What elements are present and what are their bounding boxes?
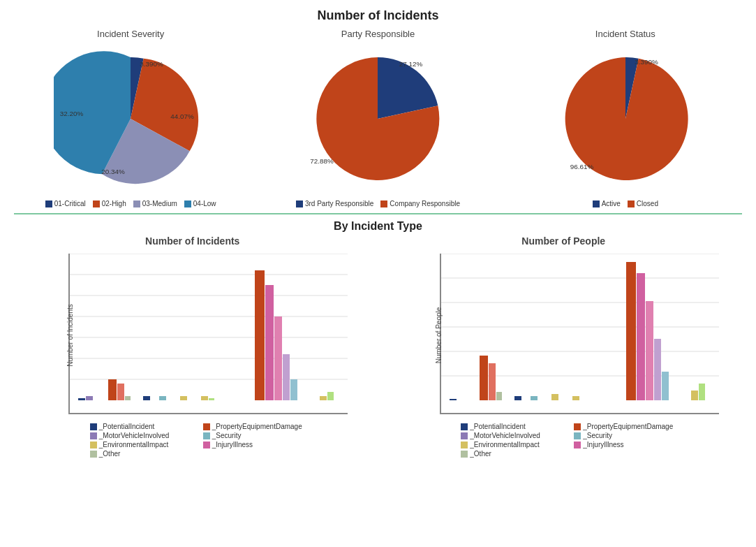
status-chart-title: Incident Status — [595, 29, 655, 39]
people-y-label: Number of People — [435, 307, 443, 364]
severity-pie-container: 3.390% 44.07% 20.34% 32.20% — [54, 42, 207, 196]
svg-rect-66 — [691, 391, 698, 400]
svg-rect-59 — [551, 394, 558, 400]
bottom-charts-row: Number of Incidents Number of Incidents … — [0, 235, 756, 458]
svg-rect-60 — [572, 396, 579, 400]
svg-text:96.61%: 96.61% — [570, 163, 594, 170]
svg-rect-27 — [125, 396, 131, 400]
svg-rect-62 — [637, 273, 645, 400]
party-legend: 3rd Party Responsible Company Responsibl… — [296, 200, 460, 207]
top-charts-row: Incident Severity 3.390% 44.07% 20.34% 3… — [0, 29, 756, 207]
svg-rect-24 — [86, 396, 93, 400]
section-divider — [14, 213, 742, 214]
severity-legend: 01-Critical 02-High 03-Medium 04-Low — [45, 200, 216, 207]
svg-rect-34 — [265, 285, 274, 400]
people-bar-legend: _PotentialIncident _PropertyEquipmentDam… — [461, 423, 673, 458]
svg-text:44.07%: 44.07% — [170, 112, 194, 120]
status-legend: Active Closed — [593, 200, 658, 207]
svg-rect-37 — [290, 379, 297, 400]
svg-text:3.390%: 3.390% — [140, 60, 163, 68]
incidents-bar-legend: _PotentialIncident _PropertyEquipmentDam… — [90, 423, 302, 458]
svg-rect-53 — [450, 399, 457, 400]
svg-rect-29 — [159, 396, 166, 400]
svg-text:27.12%: 27.12% — [399, 60, 423, 68]
incidents-bar-section: Number of Incidents Number of Incidents … — [22, 235, 364, 458]
people-bar-section: Number of People Number of People 20 40 … — [392, 235, 734, 458]
svg-rect-65 — [662, 372, 669, 400]
incidents-bar-title: Number of Incidents — [145, 235, 239, 247]
svg-rect-28 — [143, 396, 150, 400]
svg-rect-56 — [496, 392, 502, 400]
party-section: Party Responsible 27.12% 72.88% 3rd Part… — [259, 29, 496, 207]
svg-rect-25 — [108, 379, 117, 400]
severity-section: Incident Severity 3.390% 44.07% 20.34% 3… — [12, 29, 249, 207]
svg-rect-30 — [180, 396, 187, 400]
svg-rect-64 — [654, 339, 661, 400]
party-pie-container: 27.12% 72.88% — [301, 42, 454, 196]
svg-rect-54 — [480, 356, 488, 400]
svg-rect-32 — [209, 398, 214, 400]
status-section: Incident Status 3.390% 96.61% Active Clo… — [507, 29, 744, 207]
svg-rect-39 — [327, 392, 334, 400]
status-pie-container: 3.390% 96.61% — [549, 42, 702, 196]
svg-rect-61 — [626, 262, 636, 400]
svg-rect-23 — [78, 398, 85, 400]
svg-text:3.390%: 3.390% — [635, 58, 658, 66]
svg-rect-38 — [320, 396, 327, 400]
svg-rect-58 — [531, 396, 538, 400]
svg-rect-36 — [283, 354, 290, 400]
svg-rect-67 — [699, 384, 705, 400]
svg-rect-33 — [255, 270, 265, 400]
svg-text:32.20%: 32.20% — [60, 110, 84, 117]
people-bar-title: Number of People — [521, 235, 605, 247]
svg-rect-35 — [274, 316, 282, 400]
svg-rect-55 — [489, 363, 496, 400]
main-title: Number of Incidents — [0, 0, 756, 29]
section-title: By Incident Type — [0, 220, 756, 233]
svg-text:72.88%: 72.88% — [311, 157, 334, 165]
svg-rect-57 — [514, 396, 521, 400]
severity-chart-title: Incident Severity — [97, 29, 164, 39]
svg-rect-26 — [117, 384, 124, 400]
incidents-y-label: Number of Incidents — [67, 304, 75, 367]
svg-rect-63 — [646, 301, 653, 400]
svg-rect-31 — [201, 396, 208, 400]
party-chart-title: Party Responsible — [341, 29, 415, 39]
svg-text:20.34%: 20.34% — [101, 168, 125, 175]
